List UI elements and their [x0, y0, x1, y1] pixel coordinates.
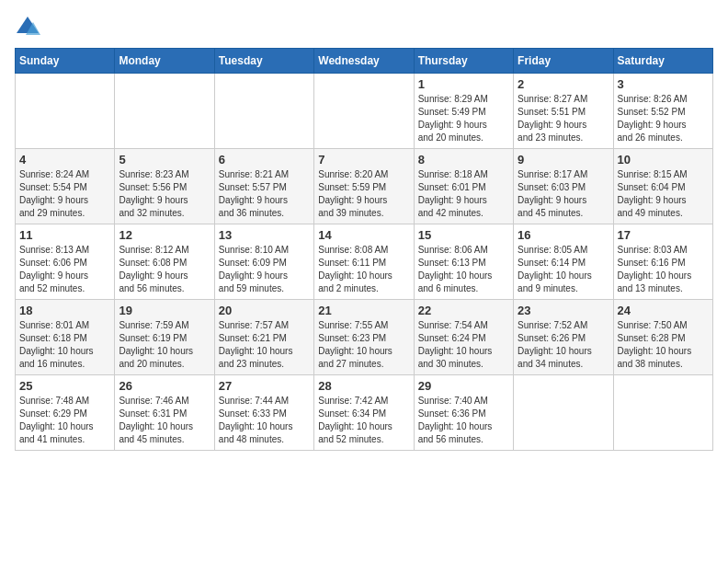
day-info: Sunrise: 7:55 AM Sunset: 6:23 PM Dayligh…	[318, 319, 409, 371]
day-info: Sunrise: 8:20 AM Sunset: 5:59 PM Dayligh…	[318, 168, 409, 220]
calendar-cell: 15Sunrise: 8:06 AM Sunset: 6:13 PM Dayli…	[414, 224, 513, 300]
day-number: 15	[418, 228, 509, 242]
calendar-cell: 7Sunrise: 8:20 AM Sunset: 5:59 PM Daylig…	[314, 149, 414, 224]
day-info: Sunrise: 8:06 AM Sunset: 6:13 PM Dayligh…	[418, 244, 509, 295]
calendar-cell: 5Sunrise: 8:23 AM Sunset: 5:56 PM Daylig…	[115, 149, 214, 224]
day-info: Sunrise: 8:27 AM Sunset: 5:51 PM Dayligh…	[518, 93, 609, 144]
calendar-header: SundayMondayTuesdayWednesdayThursdayFrid…	[16, 49, 713, 74]
calendar-cell: 28Sunrise: 7:42 AM Sunset: 6:34 PM Dayli…	[314, 375, 414, 451]
calendar-cell: 8Sunrise: 8:18 AM Sunset: 6:01 PM Daylig…	[414, 149, 513, 224]
day-info: Sunrise: 8:21 AM Sunset: 5:57 PM Dayligh…	[219, 168, 310, 220]
day-info: Sunrise: 8:23 AM Sunset: 5:56 PM Dayligh…	[119, 168, 210, 220]
header-day-monday: Monday	[115, 49, 214, 74]
calendar-cell: 25Sunrise: 7:48 AM Sunset: 6:29 PM Dayli…	[16, 375, 115, 451]
calendar-cell: 21Sunrise: 7:55 AM Sunset: 6:23 PM Dayli…	[314, 300, 414, 375]
day-number: 23	[518, 304, 609, 317]
calendar-cell: 6Sunrise: 8:21 AM Sunset: 5:57 PM Daylig…	[214, 149, 313, 224]
calendar-cell: 23Sunrise: 7:52 AM Sunset: 6:26 PM Dayli…	[514, 300, 613, 375]
calendar-cell: 19Sunrise: 7:59 AM Sunset: 6:19 PM Dayli…	[115, 300, 214, 375]
day-info: Sunrise: 7:48 AM Sunset: 6:29 PM Dayligh…	[19, 395, 110, 446]
day-number: 29	[418, 379, 509, 393]
day-number: 28	[318, 379, 409, 393]
day-info: Sunrise: 7:57 AM Sunset: 6:21 PM Dayligh…	[219, 319, 310, 371]
header-day-thursday: Thursday	[414, 49, 513, 74]
day-info: Sunrise: 8:01 AM Sunset: 6:18 PM Dayligh…	[19, 319, 110, 371]
day-info: Sunrise: 7:54 AM Sunset: 6:24 PM Dayligh…	[418, 319, 509, 371]
calendar-cell: 1Sunrise: 8:29 AM Sunset: 5:49 PM Daylig…	[414, 74, 513, 149]
day-info: Sunrise: 7:59 AM Sunset: 6:19 PM Dayligh…	[119, 319, 210, 371]
week-row-4: 18Sunrise: 8:01 AM Sunset: 6:18 PM Dayli…	[16, 300, 713, 375]
day-number: 17	[618, 228, 709, 242]
day-info: Sunrise: 8:24 AM Sunset: 5:54 PM Dayligh…	[19, 168, 110, 220]
day-number: 27	[219, 379, 310, 393]
calendar-table: SundayMondayTuesdayWednesdayThursdayFrid…	[15, 48, 713, 451]
calendar-body: 1Sunrise: 8:29 AM Sunset: 5:49 PM Daylig…	[16, 74, 713, 451]
day-number: 5	[119, 153, 210, 167]
day-info: Sunrise: 7:52 AM Sunset: 6:26 PM Dayligh…	[518, 319, 609, 371]
day-number: 6	[219, 153, 310, 167]
page-header	[15, 15, 713, 40]
day-info: Sunrise: 8:26 AM Sunset: 5:52 PM Dayligh…	[618, 93, 709, 144]
day-info: Sunrise: 8:05 AM Sunset: 6:14 PM Dayligh…	[518, 244, 609, 295]
week-row-3: 11Sunrise: 8:13 AM Sunset: 6:06 PM Dayli…	[16, 224, 713, 300]
day-number: 13	[219, 228, 310, 242]
day-info: Sunrise: 8:03 AM Sunset: 6:16 PM Dayligh…	[618, 244, 709, 295]
day-number: 9	[518, 153, 609, 167]
day-info: Sunrise: 8:10 AM Sunset: 6:09 PM Dayligh…	[219, 244, 310, 295]
calendar-cell: 20Sunrise: 7:57 AM Sunset: 6:21 PM Dayli…	[214, 300, 313, 375]
calendar-cell: 10Sunrise: 8:15 AM Sunset: 6:04 PM Dayli…	[613, 149, 712, 224]
day-number: 12	[119, 228, 210, 242]
calendar-cell: 16Sunrise: 8:05 AM Sunset: 6:14 PM Dayli…	[514, 224, 613, 300]
day-number: 2	[518, 77, 609, 91]
day-number: 3	[618, 77, 709, 91]
calendar-cell: 26Sunrise: 7:46 AM Sunset: 6:31 PM Dayli…	[115, 375, 214, 451]
day-info: Sunrise: 8:12 AM Sunset: 6:08 PM Dayligh…	[119, 244, 210, 295]
day-info: Sunrise: 8:18 AM Sunset: 6:01 PM Dayligh…	[418, 168, 509, 220]
calendar-cell: 2Sunrise: 8:27 AM Sunset: 5:51 PM Daylig…	[514, 74, 613, 149]
day-number: 19	[119, 304, 210, 317]
header-day-tuesday: Tuesday	[214, 49, 313, 74]
day-number: 21	[318, 304, 409, 317]
day-number: 24	[618, 304, 709, 317]
calendar-cell	[16, 74, 115, 149]
calendar-cell	[514, 375, 613, 451]
calendar-cell: 17Sunrise: 8:03 AM Sunset: 6:16 PM Dayli…	[613, 224, 712, 300]
week-row-5: 25Sunrise: 7:48 AM Sunset: 6:29 PM Dayli…	[16, 375, 713, 451]
calendar-cell	[314, 74, 414, 149]
calendar-cell: 18Sunrise: 8:01 AM Sunset: 6:18 PM Dayli…	[16, 300, 115, 375]
calendar-cell: 4Sunrise: 8:24 AM Sunset: 5:54 PM Daylig…	[16, 149, 115, 224]
week-row-1: 1Sunrise: 8:29 AM Sunset: 5:49 PM Daylig…	[16, 74, 713, 149]
week-row-2: 4Sunrise: 8:24 AM Sunset: 5:54 PM Daylig…	[16, 149, 713, 224]
day-info: Sunrise: 8:29 AM Sunset: 5:49 PM Dayligh…	[418, 93, 509, 144]
calendar-cell: 29Sunrise: 7:40 AM Sunset: 6:36 PM Dayli…	[414, 375, 513, 451]
day-number: 11	[19, 228, 110, 242]
calendar-cell	[613, 375, 712, 451]
day-info: Sunrise: 7:40 AM Sunset: 6:36 PM Dayligh…	[418, 395, 509, 446]
day-number: 26	[119, 379, 210, 393]
day-info: Sunrise: 7:44 AM Sunset: 6:33 PM Dayligh…	[219, 395, 310, 446]
calendar-cell: 12Sunrise: 8:12 AM Sunset: 6:08 PM Dayli…	[115, 224, 214, 300]
day-number: 25	[19, 379, 110, 393]
calendar-cell	[115, 74, 214, 149]
header-row: SundayMondayTuesdayWednesdayThursdayFrid…	[16, 49, 713, 74]
day-info: Sunrise: 7:46 AM Sunset: 6:31 PM Dayligh…	[119, 395, 210, 446]
calendar-cell: 9Sunrise: 8:17 AM Sunset: 6:03 PM Daylig…	[514, 149, 613, 224]
day-number: 16	[518, 228, 609, 242]
logo-icon	[15, 15, 40, 40]
calendar-cell: 22Sunrise: 7:54 AM Sunset: 6:24 PM Dayli…	[414, 300, 513, 375]
day-number: 4	[19, 153, 110, 167]
calendar-cell: 24Sunrise: 7:50 AM Sunset: 6:28 PM Dayli…	[613, 300, 712, 375]
day-info: Sunrise: 7:42 AM Sunset: 6:34 PM Dayligh…	[318, 395, 409, 446]
calendar-cell: 3Sunrise: 8:26 AM Sunset: 5:52 PM Daylig…	[613, 74, 712, 149]
day-number: 22	[418, 304, 509, 317]
calendar-cell: 14Sunrise: 8:08 AM Sunset: 6:11 PM Dayli…	[314, 224, 414, 300]
calendar-cell: 13Sunrise: 8:10 AM Sunset: 6:09 PM Dayli…	[214, 224, 313, 300]
day-number: 18	[19, 304, 110, 317]
day-number: 20	[219, 304, 310, 317]
header-day-sunday: Sunday	[16, 49, 115, 74]
calendar-cell: 27Sunrise: 7:44 AM Sunset: 6:33 PM Dayli…	[214, 375, 313, 451]
day-info: Sunrise: 8:13 AM Sunset: 6:06 PM Dayligh…	[19, 244, 110, 295]
day-number: 7	[318, 153, 409, 167]
logo	[15, 15, 44, 40]
header-day-wednesday: Wednesday	[314, 49, 414, 74]
